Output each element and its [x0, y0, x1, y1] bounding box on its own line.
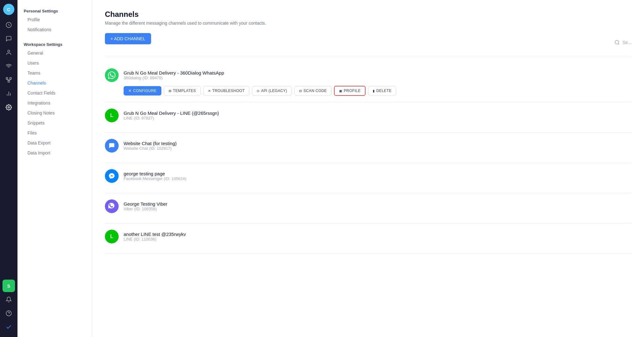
workspace-s-icon[interactable]: S [2, 280, 15, 292]
sidebar-item-contact-fields[interactable]: Contact Fields [17, 88, 92, 98]
channel-meta-line2: LINE (ID: 110036) [124, 237, 186, 242]
channel-item-viber: George Testing Viber Viber (ID: 106358) [105, 193, 632, 223]
checkmark-icon[interactable] [2, 321, 15, 333]
configure-button[interactable]: ✕ CONFIGURE [124, 86, 161, 95]
svg-point-9 [8, 107, 10, 108]
channel-item-whatsapp: Grub N Go Meal Delivery - 360Dialog What… [105, 62, 632, 102]
delete-button[interactable]: ▮ DELETE [368, 86, 396, 95]
page-subtitle: Manage the different messaging channels … [105, 21, 632, 26]
channel-icon-line1: L [105, 109, 119, 122]
channel-icon-webchat [105, 139, 119, 153]
add-channel-button[interactable]: + ADD CHANNEL [105, 33, 151, 44]
reports-icon[interactable] [2, 87, 15, 100]
svg-line-13 [618, 43, 619, 44]
profile-icon: ▣ [339, 89, 342, 93]
settings-nav-icon[interactable] [2, 101, 15, 114]
channel-meta-messenger: Facebook Messenger (ID: 105624) [124, 176, 186, 181]
svg-rect-3 [6, 78, 8, 79]
left-navigation: Personal Settings Profile Notifications … [17, 0, 92, 337]
channel-meta-viber: Viber (ID: 106358) [124, 207, 167, 211]
channel-item-line2: L another LINE test @235rwykv LINE (ID: … [105, 223, 632, 254]
search-placeholder: Se... [622, 40, 632, 45]
sidebar-item-data-export[interactable]: Data Export [17, 138, 92, 148]
contacts-icon[interactable] [2, 46, 15, 59]
channel-item-messenger: george testing page Facebook Messenger (… [105, 163, 632, 193]
sidebar-item-notifications[interactable]: Notifications [17, 25, 92, 35]
main-content: Channels Manage the different messaging … [92, 0, 644, 337]
channel-actions-whatsapp: ✕ CONFIGURE ⊞ TEMPLATES ✕ TROUBLESHOOT ⊙… [124, 86, 632, 96]
scan-icon: ⊟ [299, 89, 302, 93]
sidebar-item-integrations[interactable]: Integrations [17, 98, 92, 108]
workspace-settings-heading: Workspace Settings [17, 40, 92, 48]
channel-meta-line1: LINE (ID: 97827) [124, 116, 219, 120]
svg-rect-5 [8, 81, 10, 82]
integrations-icon[interactable] [2, 74, 15, 86]
channel-info-webchat: Website Chat (for testing) Website Chat … [124, 141, 177, 151]
sidebar-item-channels[interactable]: Channels [17, 78, 92, 88]
channel-icon-line2: L [105, 230, 119, 243]
channel-info-line1: Grub N Go Meal Delivery - LINE (@265rssg… [124, 110, 219, 120]
page-title: Channels [105, 10, 632, 19]
icon-sidebar: C S [0, 0, 17, 337]
channel-meta-whatsapp: 360dialog (ID: 89470) [124, 76, 224, 80]
scan-code-button[interactable]: ⊟ SCAN CODE [294, 86, 332, 95]
troubleshoot-button[interactable]: ✕ TROUBLESHOOT [203, 86, 249, 95]
configure-x-icon: ✕ [128, 89, 131, 93]
channel-item-line1: L Grub N Go Meal Delivery - LINE (@265rs… [105, 102, 632, 133]
svg-rect-4 [10, 78, 11, 79]
channel-name-webchat: Website Chat (for testing) [124, 141, 177, 146]
broadcast-icon[interactable] [2, 60, 15, 72]
troubleshoot-icon: ✕ [208, 89, 211, 93]
help-icon[interactable] [2, 307, 15, 320]
templates-button[interactable]: ⊞ TEMPLATES [164, 86, 201, 95]
svg-point-12 [615, 40, 619, 44]
dashboard-icon[interactable] [2, 19, 15, 31]
channel-info-viber: George Testing Viber Viber (ID: 106358) [124, 201, 167, 211]
sidebar-item-snippets[interactable]: Snippets [17, 118, 92, 128]
templates-icon: ⊞ [169, 89, 171, 93]
delete-icon: ▮ [373, 89, 375, 93]
sidebar-item-closing-notes[interactable]: Closing Notes [17, 108, 92, 118]
channel-name-line2: another LINE test @235rwykv [124, 232, 186, 237]
channel-info-line2: another LINE test @235rwykv LINE (ID: 11… [124, 232, 186, 242]
sidebar-item-teams[interactable]: Teams [17, 68, 92, 78]
svg-point-1 [8, 50, 10, 52]
search-icon[interactable] [614, 40, 620, 45]
bell-icon[interactable] [2, 293, 15, 306]
channel-icon-whatsapp [105, 68, 119, 82]
sidebar-item-files[interactable]: Files [17, 128, 92, 138]
api-legacy-button[interactable]: ⊙ API (LEGACY) [252, 86, 292, 95]
channel-item-webchat: Website Chat (for testing) Website Chat … [105, 133, 632, 163]
sidebar-item-data-import[interactable]: Data Import [17, 148, 92, 158]
personal-settings-heading: Personal Settings [17, 6, 92, 15]
api-icon: ⊙ [257, 89, 259, 93]
channel-meta-webchat: Website Chat (ID: 102917) [124, 146, 177, 151]
channel-icon-messenger [105, 169, 119, 183]
channel-name-messenger: george testing page [124, 171, 186, 176]
conversations-icon[interactable] [2, 32, 15, 45]
sidebar-item-users[interactable]: Users [17, 58, 92, 68]
channel-name-viber: George Testing Viber [124, 201, 167, 207]
channel-info-whatsapp: Grub N Go Meal Delivery - 360Dialog What… [124, 70, 224, 80]
sidebar-item-profile[interactable]: Profile [17, 15, 92, 25]
user-avatar[interactable]: C [3, 4, 14, 15]
channel-name-line1: Grub N Go Meal Delivery - LINE (@265rssg… [124, 110, 219, 116]
profile-button[interactable]: ▣ PROFILE [334, 86, 366, 96]
channel-icon-viber [105, 199, 119, 213]
main-wrapper: Channels Manage the different messaging … [92, 0, 644, 337]
sidebar-item-general[interactable]: General [17, 48, 92, 58]
channel-info-messenger: george testing page Facebook Messenger (… [124, 171, 186, 181]
channel-name-whatsapp: Grub N Go Meal Delivery - 360Dialog What… [124, 70, 224, 76]
